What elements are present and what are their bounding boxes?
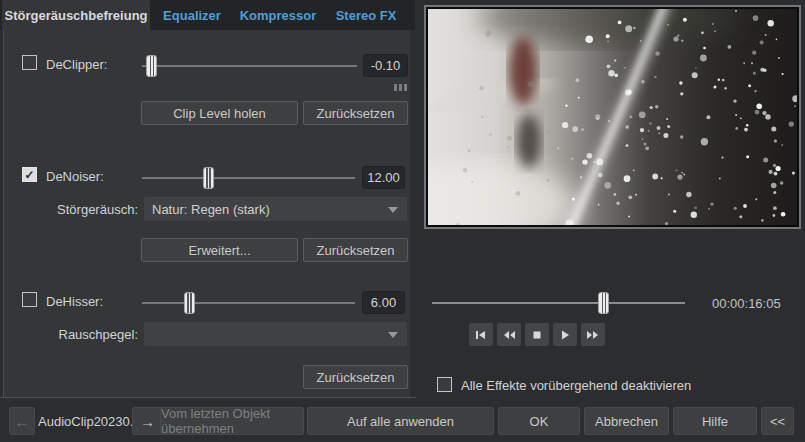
denoiser-reset-button[interactable]: Zurücksetzen	[303, 238, 408, 262]
ok-button[interactable]: OK	[498, 407, 580, 435]
slider-handle[interactable]	[146, 55, 157, 77]
bypass-effects-label: Alle Effekte vorübergehend deaktivieren	[461, 378, 691, 393]
arrow-left-icon: ←	[15, 414, 30, 429]
denoiser-value[interactable]: 12.00	[362, 166, 405, 189]
apply-to-all-button[interactable]: Auf alle anwenden	[307, 407, 494, 435]
take-from-last-object-button[interactable]: Vom letzten Objekt übernehmen	[160, 407, 304, 435]
declipper-label: DeClipper:	[46, 57, 107, 72]
clip-name-label: AudioClip20230...	[38, 407, 141, 435]
tab-label: Equalizer	[163, 8, 221, 23]
timecode-display: 00:00:16:05	[712, 296, 781, 311]
abbrechen-button[interactable]: Abbrechen	[584, 407, 669, 435]
play-icon	[557, 328, 573, 342]
tab-label: Störgeräuschbefreiung	[4, 8, 147, 23]
tab-label: Kompressor	[240, 8, 317, 23]
slider-handle[interactable]	[598, 292, 609, 314]
panel-divider	[0, 397, 416, 398]
rewind-icon	[501, 328, 517, 342]
dehisser-value[interactable]: 6.00	[362, 291, 405, 314]
declipper-reset-button[interactable]: Zurücksetzen	[303, 101, 408, 125]
slider-track[interactable]	[432, 302, 685, 304]
erweitert-button[interactable]: Erweitert...	[141, 238, 298, 262]
denoiser-label: DeNoiser:	[46, 169, 104, 184]
previous-clip-button[interactable]: ←	[9, 407, 35, 435]
resize-grip-icon[interactable]	[394, 84, 407, 91]
video-preview	[424, 5, 801, 229]
slider-handle[interactable]	[184, 292, 195, 314]
dehisser-label: DeHisser:	[46, 294, 103, 309]
chevron-down-icon	[388, 332, 398, 338]
stop-icon	[529, 328, 545, 342]
clip-level-holen-button[interactable]: Clip Level holen	[141, 101, 298, 125]
tab-stereo-fx[interactable]: Stereo FX	[322, 0, 410, 30]
slider-track[interactable]	[142, 302, 355, 304]
stoergeraeusch-label: Störgeräusch:	[20, 202, 138, 217]
dehisser-reset-button[interactable]: Zurücksetzen	[303, 365, 408, 389]
declipper-slider[interactable]	[142, 55, 357, 77]
declipper-checkbox[interactable]	[22, 55, 37, 70]
arrow-right-icon: →	[140, 414, 155, 429]
slider-track[interactable]	[142, 177, 355, 179]
rauschpegel-dropdown[interactable]	[143, 321, 408, 347]
collapse-dialog-button[interactable]: <<	[761, 407, 794, 435]
rewind-button[interactable]	[497, 323, 521, 346]
stop-button[interactable]	[525, 323, 549, 346]
skip-to-start-icon	[473, 328, 489, 342]
tab-label: Stereo FX	[336, 8, 397, 23]
dehisser-checkbox[interactable]	[22, 292, 37, 307]
hilfe-button[interactable]: Hilfe	[673, 407, 757, 435]
next-clip-button[interactable]: →	[132, 407, 163, 435]
denoiser-checkbox[interactable]: ✓	[22, 167, 37, 182]
chevron-down-icon	[388, 207, 398, 213]
skip-to-start-button[interactable]	[469, 323, 493, 346]
stoergeraeusch-dropdown[interactable]: Natur: Regen (stark)	[143, 196, 408, 222]
rauschpegel-label: Rauschpegel:	[20, 327, 138, 342]
tab-equalizer[interactable]: Equalizer	[150, 0, 234, 30]
playback-position-slider[interactable]	[432, 292, 685, 314]
tab-kompressor[interactable]: Kompressor	[234, 0, 322, 30]
slider-handle[interactable]	[203, 167, 214, 189]
tab-stoergeraeuschbefreiung[interactable]: Störgeräuschbefreiung	[2, 0, 150, 30]
declipper-value[interactable]: -0.10	[363, 54, 408, 77]
bypass-effects-checkbox[interactable]	[437, 377, 452, 392]
fast-forward-icon	[585, 328, 601, 342]
tab-bar: Störgeräuschbefreiung Equalizer Kompress…	[0, 0, 415, 30]
fast-forward-button[interactable]	[581, 323, 605, 346]
slider-track[interactable]	[142, 65, 357, 67]
video-frame-image	[428, 9, 797, 225]
play-button[interactable]	[553, 323, 577, 346]
audio-cleaning-dialog: Störgeräuschbefreiung Equalizer Kompress…	[0, 0, 805, 442]
dehisser-slider[interactable]	[142, 292, 355, 314]
denoiser-slider[interactable]	[142, 167, 355, 189]
dropdown-value: Natur: Regen (stark)	[152, 202, 270, 217]
